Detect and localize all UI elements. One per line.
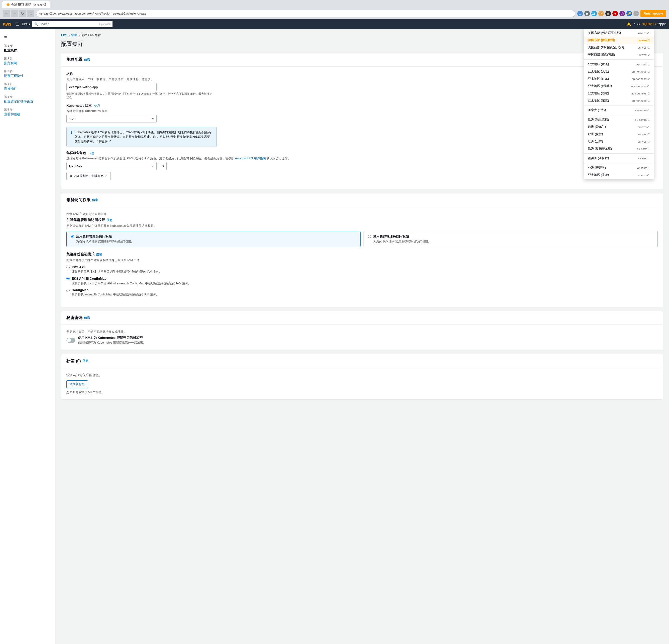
profile-y-icon[interactable]: Y — [598, 11, 604, 16]
role-refresh-button[interactable]: ↻ — [159, 162, 167, 170]
profile-logo-icon[interactable]: ∞ — [606, 11, 611, 16]
auth-mode-hint: 配置集群将使用哪个来源获取经过身份验证的 IAM 主体。 — [67, 258, 658, 262]
home-button[interactable]: ⌂ — [27, 10, 34, 17]
disable-admin-desc: 为您的 IAM 主体禁用集群管理员访问权限。 — [373, 240, 431, 244]
k8s-version-select[interactable]: 1.29 1.28 1.27 — [67, 115, 157, 123]
auth-radio-configmap[interactable] — [67, 289, 70, 292]
region-item-ap-south-2[interactable]: 亚太地区 (雅加达) ap-south-2 — [584, 179, 654, 180]
extensions-icon[interactable]: ⬡ — [577, 11, 583, 16]
profile-ext-icon[interactable]: ⬡ — [620, 11, 625, 16]
region-item-us-east-1[interactable]: 美国东部 (弗吉尼亚北部) us-east-1 — [584, 29, 654, 37]
sidebar-toggle-icon[interactable]: ☰ — [4, 34, 8, 39]
secrets-body: 开启此功能后，密钥密码将无法修改或移除。 使用 KMS 为 Kubernetes… — [61, 325, 663, 350]
region-item-eu-west-2[interactable]: 欧洲 (伦敦) eu-west-2 — [584, 131, 654, 138]
tags-info-link[interactable]: 信息 — [83, 359, 88, 363]
step-title-1: 配置集群 — [4, 48, 51, 53]
region-item-eu-north-1[interactable]: 欧洲 (斯德哥尔摩) eu-north-1 — [584, 145, 654, 152]
region-item-ca-central-1[interactable]: 加拿大 (中部) ca-central-1 — [584, 106, 654, 114]
breadcrumb-eks[interactable]: EKS — [61, 33, 67, 37]
cluster-access-header: 集群访问权限 信息 — [61, 194, 663, 207]
hamburger-menu-icon[interactable]: ☰ — [16, 22, 19, 27]
region-item-eu-west-3[interactable]: 欧洲 (巴黎) eu-west-3 — [584, 138, 654, 145]
region-item-ap-southeast-1[interactable]: 亚太地区 (新加坡) ap-southeast-1 — [584, 83, 654, 90]
add-tag-button[interactable]: 添加新标签 — [67, 381, 88, 388]
sidebar-toggle[interactable]: ☰ — [0, 33, 55, 42]
region-name-ap-southeast-1: 亚太地区 (新加坡) — [588, 84, 612, 88]
kms-toggle[interactable] — [67, 338, 75, 343]
bookmark-icon[interactable]: ★ — [584, 11, 590, 16]
address-bar[interactable]: us-east-2.console.aws.amazon.com/eks/hom… — [36, 10, 575, 17]
breadcrumb: EKS 〉 集群 〉 创建 EKS 集群 — [61, 33, 663, 37]
step-item-4[interactable]: 第 4 步 选择插件 — [0, 80, 55, 93]
back-button[interactable]: ← — [3, 10, 10, 17]
step-title-2: 指定联网 — [4, 61, 51, 66]
region-item-eu-central-1[interactable]: 欧洲 (法兰克福) eu-central-1 — [584, 116, 654, 123]
tags-title: 标签 (0) 信息 — [67, 358, 658, 363]
region-item-af-south-1[interactable]: 非洲 (开普敦) af-south-1 — [584, 164, 654, 171]
step-item-5[interactable]: 第 5 步 配置选定的插件设置 — [0, 93, 55, 106]
profile-ext2-icon[interactable]: 🔑 — [626, 11, 632, 16]
step-title-4: 选择插件 — [4, 86, 51, 91]
step-label-5: 第 5 步 — [4, 95, 51, 99]
cluster-config-info-link[interactable]: 信息 — [84, 58, 90, 62]
breadcrumb-clusters[interactable]: 集群 — [71, 33, 77, 37]
secrets-info-link[interactable]: 信息 — [84, 316, 90, 320]
region-divider-4 — [584, 59, 654, 60]
profile-r-icon[interactable]: ● — [612, 11, 618, 16]
disable-admin-card[interactable]: 禁用集群管理员访问权限 为您的 IAM 主体禁用集群管理员访问权限。 — [364, 231, 658, 247]
main-content: EKS 〉 集群 〉 创建 EKS 集群 配置集群 集群配置 信息 名称 为此集… — [55, 29, 669, 644]
region-dropdown: 美国东部 (弗吉尼亚北部) us-east-1美国东部 (俄亥俄州) us-ea… — [584, 29, 654, 180]
region-item-ap-northeast-3[interactable]: 亚太地区 (大阪) ap-northeast-3 — [584, 68, 654, 75]
enable-admin-card[interactable]: 启用集群管理员访问权限 为您的 IAM 主体启用集群管理员访问权限。 — [67, 231, 360, 247]
region-item-us-west-2[interactable]: 美国西部 (俄勒冈州) us-west-2 — [584, 51, 654, 58]
name-input[interactable] — [67, 83, 157, 91]
region-item-ap-south-1[interactable]: 亚太地区 (孟买) ap-south-1 — [584, 61, 654, 68]
region-item-ap-east-1[interactable]: 亚太地区 (香港) ap-east-1 — [584, 171, 654, 179]
region-item-ap-southeast-2[interactable]: 亚太地区 (悉尼) ap-southeast-2 — [584, 90, 654, 97]
region-name-us-east-1: 美国东部 (弗吉尼亚北部) — [588, 31, 621, 35]
step-item-2[interactable]: 第 2 步 指定联网 — [0, 55, 55, 68]
bell-icon[interactable]: 🔔 — [627, 22, 631, 26]
bootstrap-info-link[interactable]: 信息 — [106, 218, 113, 222]
region-name-ap-south-1: 亚太地区 (孟买) — [588, 62, 609, 67]
region-item-sa-east-1[interactable]: 南美洲 (圣保罗) sa-east-1 — [584, 155, 654, 162]
reload-button[interactable]: ↻ — [19, 10, 26, 17]
region-item-ap-northeast-2[interactable]: 亚太地区 (首尔) ap-northeast-2 — [584, 75, 654, 83]
aws-search-bar[interactable]: 🔍 Search [Option+S] — [32, 21, 113, 27]
auth-radio-eks-api-configmap[interactable] — [67, 277, 70, 280]
settings-icon[interactable]: ⚙ — [637, 22, 640, 26]
step-label-2: 第 2 步 — [4, 57, 51, 60]
cluster-access-info-link[interactable]: 信息 — [92, 198, 98, 202]
services-button[interactable]: 服务 ▾ — [22, 22, 30, 26]
auth-mode-info-link[interactable]: 信息 — [96, 252, 102, 257]
user-button[interactable]: zppe — [658, 22, 666, 26]
profile-cn-icon[interactable]: CN — [591, 11, 597, 16]
k8s-version-info-link[interactable]: 信息 — [94, 104, 100, 108]
region-item-us-west-1[interactable]: 美国西部 (加利福尼亚北部) us-west-1 — [584, 44, 654, 51]
tags-section: 标签 (0) 信息 没有与资源关联的标签。 添加新标签 您最多可以添加 50 个… — [61, 354, 663, 400]
tags-body: 没有与资源关联的标签。 添加新标签 您最多可以添加 50 个标签。 — [61, 368, 663, 399]
auth-radio-eks-api[interactable] — [67, 266, 70, 269]
toggle-desc: 信封加密可为 Kubernetes 密钥提供额外一层加密。 — [78, 341, 146, 345]
disable-admin-radio[interactable] — [368, 235, 371, 238]
role-info-link[interactable]: 信息 — [88, 151, 95, 155]
role-guide-link[interactable]: Amazon EKS 用户指南 — [235, 157, 266, 160]
create-role-button[interactable]: 在 IAM 控制台中创建角色 ↗ — [67, 172, 111, 180]
question-icon[interactable]: ? — [633, 22, 635, 26]
region-item-us-east-2[interactable]: 美国东部 (俄亥俄州) us-east-2 — [584, 37, 654, 44]
forward-button[interactable]: → — [11, 10, 18, 17]
region-item-eu-west-1[interactable]: 欧洲 (爱尔兰) eu-west-1 — [584, 123, 654, 131]
auth-radio-text-eks-api: EKS API 该集群将仅从 EKS 访问条目 API 中获取经过身份验证的 I… — [72, 266, 162, 274]
role-select[interactable]: EKSRole — [67, 162, 157, 170]
region-button[interactable]: 俄亥俄州 ▾ — [642, 22, 656, 26]
browser-tab[interactable]: 🔶 创建 EKS 集群 | us-east-2 — [2, 1, 51, 8]
more-tools-icon[interactable]: ⋯ — [634, 11, 639, 16]
k8s-version-form-group: Kubernetes 版本 信息 选择此集群的 Kubernetes 版本。 1… — [67, 103, 658, 123]
region-item-ap-northeast-1[interactable]: 亚太地区 (东京) ap-northeast-1 — [584, 97, 654, 104]
enable-admin-radio[interactable] — [71, 235, 74, 238]
step-item-6[interactable]: 第 6 步 查看和创建 — [0, 106, 55, 118]
auth-radio-text-configmap: ConfigMap 集群将从 aws-auth ConfigMap 中获取经过身… — [72, 288, 159, 297]
step-item-3[interactable]: 第 3 步 配置可观测性 — [0, 68, 55, 80]
finish-update-button[interactable]: Finish update — [640, 10, 666, 17]
step-item-1[interactable]: 第 1 步 配置集群 — [0, 42, 55, 55]
